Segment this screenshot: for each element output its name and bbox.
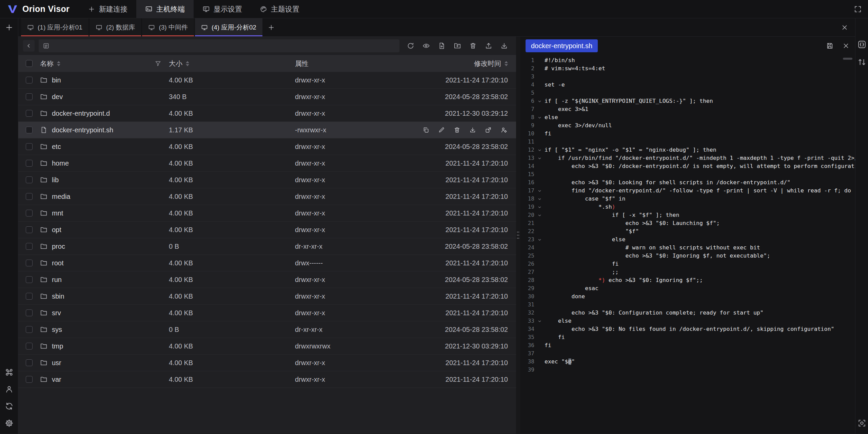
column-header-size[interactable]: 大小: [169, 59, 295, 68]
code-line[interactable]: 21 echo >&3 "$0: Launching $f";: [520, 219, 855, 227]
file-plus-icon[interactable]: [438, 42, 446, 50]
code-line[interactable]: 2# vim:sw=4:ts=4:et: [520, 64, 855, 73]
column-header-attr[interactable]: 属性: [295, 59, 437, 68]
fold-chevron-icon[interactable]: [534, 154, 545, 162]
code-line[interactable]: 31: [520, 301, 855, 309]
code-line[interactable]: 23 else: [520, 235, 855, 244]
menu-item[interactable]: 主机终端: [136, 0, 194, 18]
code-line[interactable]: 39: [520, 366, 855, 374]
code-line[interactable]: 37: [520, 350, 855, 358]
row-checkbox[interactable]: [26, 93, 33, 100]
table-row[interactable]: dev340 Bdrwxr-xr-x2024-05-28 23:58:02: [18, 89, 516, 105]
table-row[interactable]: root4.00 KBdrwx------2021-11-24 17:20:10: [18, 255, 516, 271]
plus-icon[interactable]: [5, 23, 14, 32]
path-list-icon[interactable]: [43, 42, 50, 49]
column-header-name[interactable]: 名称: [40, 59, 169, 68]
sync-icon[interactable]: [5, 402, 14, 411]
code-line[interactable]: 1#!/bin/sh: [520, 56, 855, 64]
code-editor[interactable]: 1#!/bin/sh2# vim:sw=4:ts=4:et34set -e56i…: [520, 55, 855, 434]
row-checkbox[interactable]: [26, 343, 33, 350]
row-checkbox[interactable]: [26, 127, 33, 133]
table-row[interactable]: bin4.00 KBdrwxr-xr-x2021-11-24 17:20:10: [18, 72, 516, 89]
action-move-icon[interactable]: [485, 127, 492, 133]
session-tab[interactable]: (3) 中间件: [142, 18, 194, 36]
action-copy-icon[interactable]: [422, 127, 429, 133]
sort-icon[interactable]: [505, 61, 508, 66]
select-all-checkbox[interactable]: [26, 60, 33, 67]
code-line[interactable]: 5: [520, 89, 855, 97]
add-session-tab-button[interactable]: [263, 18, 279, 36]
row-checkbox[interactable]: [26, 193, 33, 200]
command-icon[interactable]: [5, 368, 14, 377]
row-checkbox[interactable]: [26, 359, 33, 366]
file-name[interactable]: tmp: [52, 342, 63, 350]
menu-item[interactable]: 显示设置: [194, 0, 251, 18]
fold-chevron-icon[interactable]: [534, 211, 545, 219]
code-line[interactable]: 17 find "/docker-entrypoint.d/" -follow …: [520, 187, 855, 195]
file-name[interactable]: run: [52, 276, 62, 284]
row-checkbox[interactable]: [26, 260, 33, 266]
table-row[interactable]: srv4.00 KBdrwxr-xr-x2021-11-24 17:20:10: [18, 305, 516, 321]
code-line[interactable]: 7 exec 3>&1: [520, 105, 855, 113]
table-row[interactable]: etc4.00 KBdrwxr-xr-x2024-05-28 23:58:02: [18, 138, 516, 155]
code-line[interactable]: 25 echo >&3 "$0: Ignoring $f, not execut…: [520, 252, 855, 260]
code-line[interactable]: 19 *.sh): [520, 203, 855, 211]
code-line[interactable]: 8else: [520, 113, 855, 121]
code-line[interactable]: 16 echo >&3 "$0: Looking for shell scrip…: [520, 178, 855, 187]
file-name[interactable]: root: [52, 259, 63, 267]
row-checkbox[interactable]: [26, 160, 33, 167]
panel-splitter[interactable]: [516, 37, 520, 434]
code-line[interactable]: 33 else: [520, 317, 855, 325]
path-input[interactable]: [53, 42, 395, 50]
code-line[interactable]: 30 done: [520, 293, 855, 301]
code-line[interactable]: 36fi: [520, 341, 855, 350]
code-line[interactable]: 4set -e: [520, 81, 855, 89]
action-permission-icon[interactable]: [500, 127, 507, 133]
fold-chevron-icon[interactable]: [534, 195, 545, 203]
code-line[interactable]: 35 fi: [520, 333, 855, 341]
code-line[interactable]: 38exec "$@": [520, 358, 855, 366]
fold-chevron-icon[interactable]: [534, 187, 545, 195]
table-row[interactable]: docker-entrypoint.sh1.17 KB-rwxrwxr-x: [18, 122, 516, 138]
fold-chevron-icon[interactable]: [534, 146, 545, 154]
code-line[interactable]: 26 fi: [520, 260, 855, 268]
row-checkbox[interactable]: [26, 326, 33, 333]
table-row[interactable]: sys0 Bdr-xr-xr-x2024-05-28 23:58:02: [18, 321, 516, 338]
close-icon[interactable]: [842, 42, 850, 50]
row-checkbox[interactable]: [26, 176, 33, 183]
file-name[interactable]: docker-entrypoint.d: [52, 110, 110, 117]
table-row[interactable]: proc0 Bdr-xr-xr-x2024-05-28 23:58:02: [18, 238, 516, 255]
code-line[interactable]: 28 *) echo >&3 "$0: Ignoring $f";;: [520, 276, 855, 284]
code-line[interactable]: 6if [ -z "${NGINX_ENTRYPOINT_QUIET_LOGS:…: [520, 97, 855, 105]
code-line[interactable]: 24 # warn on shell scripts without exec …: [520, 244, 855, 252]
code-line[interactable]: 12if [ "$1" = "nginx" -o "$1" = "nginx-d…: [520, 146, 855, 154]
code-line[interactable]: 13 if /usr/bin/find "/docker-entrypoint.…: [520, 154, 855, 162]
file-name[interactable]: sbin: [52, 293, 64, 300]
settings-icon[interactable]: [5, 419, 14, 428]
file-name[interactable]: sys: [52, 326, 62, 334]
fullscreen-icon[interactable]: [854, 5, 862, 13]
table-row[interactable]: home4.00 KBdrwxr-xr-x2021-11-24 17:20:10: [18, 155, 516, 172]
table-row[interactable]: docker-entrypoint.d4.00 KBdrwxr-xr-x2021…: [18, 105, 516, 122]
row-checkbox[interactable]: [26, 210, 33, 216]
code-line[interactable]: 27 ;;: [520, 268, 855, 276]
code-line[interactable]: 29 esac: [520, 284, 855, 293]
session-tab[interactable]: (4) 应用-分析02: [195, 18, 262, 36]
row-checkbox[interactable]: [26, 376, 33, 383]
back-button[interactable]: [23, 40, 35, 52]
file-name[interactable]: media: [52, 193, 70, 201]
upload-icon[interactable]: [485, 42, 492, 50]
fold-chevron-icon[interactable]: [534, 317, 545, 325]
screenshot-icon[interactable]: [857, 419, 866, 428]
fold-chevron-icon[interactable]: [534, 235, 545, 244]
session-tab[interactable]: (1) 应用-分析01: [21, 18, 88, 36]
file-name[interactable]: home: [52, 159, 69, 167]
code-line[interactable]: 18 case "$f" in: [520, 195, 855, 203]
table-row[interactable]: opt4.00 KBdrwxr-xr-x2021-11-24 17:20:10: [18, 222, 516, 238]
row-checkbox[interactable]: [26, 143, 33, 150]
row-checkbox[interactable]: [26, 309, 33, 316]
code-line[interactable]: 32 echo >&3 "$0: Configuration complete;…: [520, 309, 855, 317]
table-row[interactable]: media4.00 KBdrwxr-xr-x2021-11-24 17:20:1…: [18, 188, 516, 205]
file-name[interactable]: proc: [52, 243, 65, 250]
code-line[interactable]: 11: [520, 138, 855, 146]
